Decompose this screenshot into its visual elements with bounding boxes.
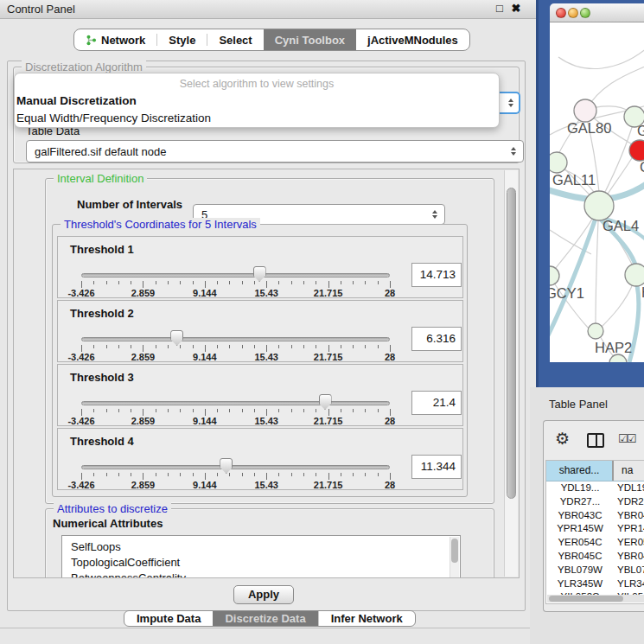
- column-header-name[interactable]: na: [614, 461, 644, 481]
- threshold-slider-thumb[interactable]: [220, 458, 233, 474]
- scrollbar-thumb[interactable]: [451, 539, 458, 563]
- tick-mark: [316, 473, 316, 476]
- scrollbar-thumb[interactable]: [549, 596, 623, 602]
- attribute-item[interactable]: BetweennessCentrality: [62, 571, 460, 578]
- float-window-icon[interactable]: □: [493, 2, 507, 16]
- zoom-traffic-light-icon[interactable]: [580, 8, 590, 18]
- tick-mark: [93, 473, 94, 476]
- table-row[interactable]: YDL19...YDL19: [546, 481, 644, 495]
- tick-label: 15.43: [254, 352, 278, 362]
- tab-jactivemnodules[interactable]: jActiveMNodules: [356, 29, 469, 50]
- table-row[interactable]: YBR045CYBR04: [546, 550, 644, 564]
- network-node-gal4[interactable]: [584, 191, 614, 220]
- tab-impute-data[interactable]: Impute Data: [124, 611, 213, 626]
- top-tab-bar: Network Style Select Cyni Toolbox jActiv…: [73, 29, 470, 51]
- tab-infer-network[interactable]: Infer Network: [319, 611, 415, 626]
- minimize-traffic-light-icon[interactable]: [568, 8, 578, 18]
- threshold-slider-track[interactable]: [81, 465, 390, 469]
- tick-mark: [217, 409, 218, 412]
- close-window-icon[interactable]: ✖: [509, 2, 523, 16]
- network-node-gal11[interactable]: [550, 152, 567, 173]
- column-header-shared-name[interactable]: shared...: [546, 461, 614, 481]
- tab-network[interactable]: Network: [74, 29, 156, 50]
- tick-mark: [291, 281, 292, 284]
- table-rows: YDL19...YDL19YDR27...YDR27YBR043CYBR04YP…: [546, 481, 644, 599]
- settings-vertical-scrollbar[interactable]: [504, 170, 518, 577]
- table-panel-title: Table Panel: [549, 398, 608, 411]
- tick-label: 9.144: [193, 416, 217, 426]
- select-columns-icon[interactable]: ☑☑: [618, 432, 634, 445]
- cell-name: YDL19: [614, 481, 644, 495]
- network-node[interactable]: [609, 354, 627, 362]
- network-node-c[interactable]: [629, 140, 644, 161]
- threshold-value-field[interactable]: 6.316: [411, 327, 462, 351]
- tick-mark: [291, 473, 292, 476]
- tab-cyni-toolbox[interactable]: Cyni Toolbox: [264, 29, 356, 50]
- cell-shared-name: YER054C: [546, 536, 614, 550]
- table-row[interactable]: YBL079WYBL07: [546, 564, 644, 577]
- gear-icon[interactable]: ⚙: [555, 430, 570, 449]
- threshold-slider-track[interactable]: [81, 337, 390, 341]
- table-row[interactable]: YPR145WYPR14: [546, 522, 644, 536]
- cyni-toolbox-panel: Discretization Algorithm Table Data galF…: [7, 61, 526, 611]
- node-table: shared... na YDL19...YDL19YDR27...YDR27Y…: [545, 460, 644, 604]
- tick-mark: [266, 409, 267, 416]
- number-of-intervals-label: Number of Intervals: [77, 198, 182, 211]
- apply-button[interactable]: Apply: [233, 585, 294, 604]
- algorithm-dropdown-popup: Select algorithm to view settings Manual…: [14, 73, 500, 128]
- slider-tick-labels: -3.4262.8599.14415.4321.71528: [81, 288, 390, 298]
- tick-mark: [205, 473, 206, 480]
- threshold-slider-thumb[interactable]: [170, 330, 183, 346]
- tick-label: 2.859: [131, 352, 156, 362]
- tick-mark: [341, 345, 341, 348]
- tab-infer-network-label: Infer Network: [331, 612, 403, 625]
- network-node-gcy1[interactable]: [550, 266, 559, 285]
- network-canvas[interactable]: GAL80GACGAL11GAL4GCY1HHAP2: [550, 22, 644, 362]
- cell-shared-name: YDL19...: [546, 481, 614, 495]
- popup-option-manual-discretization[interactable]: Manual Discretization: [15, 92, 499, 109]
- threshold-value-field[interactable]: 21.4: [411, 391, 462, 415]
- tick-label: 28: [385, 480, 395, 490]
- network-node-hap2[interactable]: [588, 323, 603, 339]
- table-row[interactable]: YER054CYER05: [546, 536, 644, 550]
- threshold-value-field[interactable]: 14.713: [411, 263, 462, 287]
- tick-mark: [93, 281, 94, 284]
- threshold-slider-thumb[interactable]: [253, 266, 266, 282]
- threshold-slider-track[interactable]: [81, 273, 390, 277]
- tick-mark: [168, 345, 169, 348]
- scrollbar-thumb[interactable]: [507, 188, 516, 499]
- attribute-item[interactable]: TopologicalCoefficient: [62, 555, 460, 571]
- tab-style[interactable]: Style: [157, 29, 207, 50]
- threshold-slider-track[interactable]: [81, 401, 390, 405]
- close-traffic-light-icon[interactable]: [556, 8, 566, 18]
- column-browser-icon[interactable]: [587, 433, 604, 448]
- table-horizontal-scrollbar[interactable]: [547, 595, 644, 603]
- slider-tick-labels: -3.4262.8599.14415.4321.71528: [81, 416, 390, 426]
- attribute-item[interactable]: SelfLoops: [62, 536, 460, 555]
- tick-label: 15.43: [254, 416, 278, 426]
- threshold-value-field[interactable]: 11.344: [411, 455, 462, 479]
- tick-mark: [217, 281, 218, 284]
- tab-discretize-data[interactable]: Discretize Data: [213, 611, 317, 626]
- tick-mark: [205, 281, 206, 288]
- tick-mark: [193, 345, 194, 348]
- attributes-scrollbar[interactable]: [450, 537, 459, 578]
- table-data-combo[interactable]: galFiltered.sif default node: [26, 140, 524, 163]
- threshold-panel-3: Threshold 3-3.4262.8599.14415.4321.71528…: [57, 364, 463, 426]
- table-row[interactable]: YBR043CYBR04: [546, 509, 644, 523]
- discretization-algorithm-title: Discretization Algorithm: [22, 61, 146, 73]
- popup-option-equal-width-frequency[interactable]: Equal Width/Frequency Discretization: [15, 109, 499, 126]
- threshold-label: Threshold 2: [70, 307, 134, 320]
- cell-name: YDR27: [614, 495, 644, 509]
- window-title: Control Panel: [7, 3, 75, 16]
- slider-ticks: [81, 409, 390, 416]
- threshold-slider-thumb[interactable]: [319, 394, 332, 410]
- table-row[interactable]: YLR345WYLR34: [546, 577, 644, 591]
- slider-ticks: [81, 345, 390, 352]
- tick-mark: [131, 409, 131, 412]
- table-row[interactable]: YDR27...YDR27: [546, 495, 644, 509]
- tab-select[interactable]: Select: [207, 29, 263, 50]
- network-node-gal80[interactable]: [574, 99, 596, 122]
- numerical-attributes-list[interactable]: SelfLoopsTopologicalCoefficientBetweenne…: [61, 535, 461, 578]
- network-node-h[interactable]: [625, 264, 644, 286]
